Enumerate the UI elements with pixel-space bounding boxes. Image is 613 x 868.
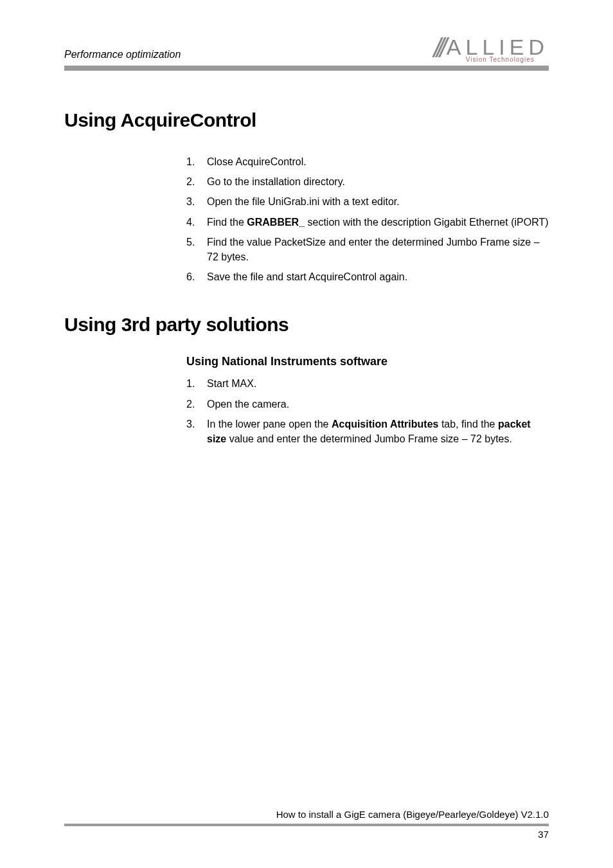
item-number: 5. <box>186 235 207 264</box>
header-rule <box>64 66 549 71</box>
item-text: Start MAX. <box>207 376 549 391</box>
footer-rule <box>64 824 549 826</box>
list-item: 5. Find the value PacketSize and enter t… <box>186 235 549 264</box>
item-text: Close AcquireControl. <box>207 154 549 169</box>
logo-sub-text: Vision Technologies <box>466 57 549 63</box>
item-text-mid: tab, find the <box>438 419 498 429</box>
item-text-pre: In the lower pane open the <box>207 419 332 429</box>
list-item: 2. Open the camera. <box>186 397 549 411</box>
list-item: 3. Open the file UniGrab.ini with a text… <box>186 194 549 209</box>
logo-slashes-icon: /// <box>434 35 443 62</box>
list-item: 3. In the lower pane open the Acquisitio… <box>186 417 549 446</box>
section2-list: 1. Start MAX. 2. Open the camera. 3. In … <box>186 376 549 446</box>
item-number: 6. <box>186 269 207 284</box>
list-item: 6. Save the file and start AcquireContro… <box>186 269 549 284</box>
item-text: Go to the installation directory. <box>207 174 549 189</box>
page-number: 37 <box>64 829 549 840</box>
item-text: Open the camera. <box>207 397 549 411</box>
item-text-post: value and enter the determined Jumbo Fra… <box>226 433 512 444</box>
item-number: 1. <box>186 376 207 391</box>
page-footer: How to install a GigE camera (Bigeye/Pea… <box>64 809 549 840</box>
item-number: 3. <box>186 194 207 209</box>
list-item: 4. Find the GRABBER_ section with the de… <box>186 215 549 230</box>
item-number: 2. <box>186 397 207 411</box>
item-text-bold: Acquisition Attributes <box>332 419 439 429</box>
section2-subhead: Using National Instruments software <box>186 355 549 368</box>
item-text: Open the file UniGrab.ini with a text ed… <box>207 194 549 209</box>
item-text-pre: Find the <box>207 217 247 228</box>
footer-text: How to install a GigE camera (Bigeye/Pea… <box>64 809 549 820</box>
brand-logo: /// ALLIED Vision Technologies <box>434 35 549 63</box>
list-item: 1. Start MAX. <box>186 376 549 391</box>
list-item: 2. Go to the installation directory. <box>186 174 549 189</box>
item-text: Find the value PacketSize and enter the … <box>207 235 549 264</box>
logo-main-text: ALLIED <box>447 36 549 58</box>
item-number: 1. <box>186 154 207 169</box>
item-number: 2. <box>186 174 207 189</box>
item-text: In the lower pane open the Acquisition A… <box>207 417 549 446</box>
item-number: 4. <box>186 215 207 230</box>
section1-title: Using AcquireControl <box>64 109 549 131</box>
section1-list: 1. Close AcquireControl. 2. Go to the in… <box>186 154 549 284</box>
item-text-post: section with the description Gigabit Eth… <box>305 217 548 228</box>
item-text-bold: GRABBER_ <box>247 217 305 228</box>
item-text: Find the GRABBER_ section with the descr… <box>207 215 549 230</box>
list-item: 1. Close AcquireControl. <box>186 154 549 169</box>
item-number: 3. <box>186 417 207 446</box>
item-text: Save the file and start AcquireControl a… <box>207 269 549 284</box>
section2-title: Using 3rd party solutions <box>64 314 549 336</box>
